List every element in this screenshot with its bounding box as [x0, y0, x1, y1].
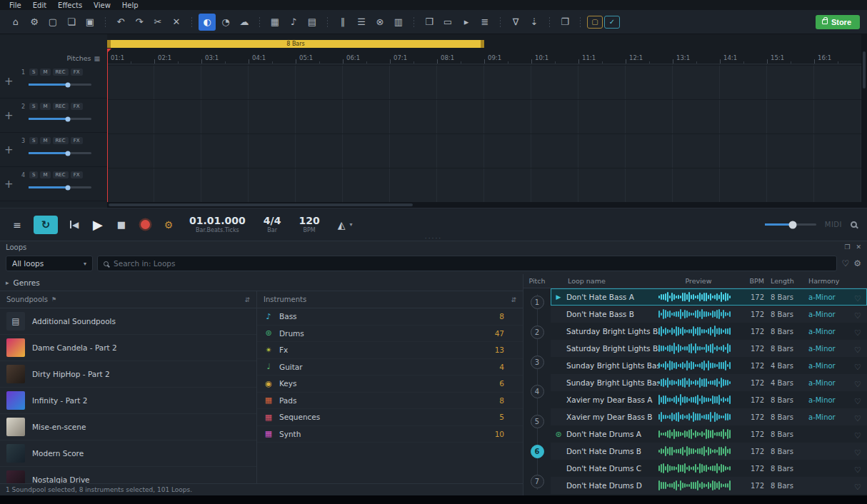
solo-button[interactable]: S — [29, 171, 38, 178]
sort-filter-icon[interactable]: ⇵ — [511, 296, 516, 303]
pads-grid-icon[interactable]: ▤ — [304, 14, 321, 31]
favorite-icon[interactable] — [854, 465, 861, 475]
sort-filter-icon[interactable]: ⇵ — [244, 296, 250, 303]
play-button[interactable]: ▶ — [91, 216, 105, 234]
record-arm-button[interactable]: REC — [53, 69, 69, 76]
track-volume-slider[interactable] — [29, 118, 91, 120]
favorite-icon[interactable] — [854, 448, 861, 458]
pitch-button[interactable]: 5 — [531, 415, 544, 428]
instrument-item[interactable]: ♩ Guitar 4 — [257, 359, 523, 376]
tips-toggle-icon[interactable]: ✓ — [604, 16, 620, 29]
soundpool-item[interactable]: Mise-en-scene — [0, 414, 256, 440]
loop-toggle-button[interactable]: ↻ — [34, 216, 58, 234]
favorites-filter-icon[interactable] — [841, 258, 849, 268]
loop-row[interactable]: Don't Hate Drums C 172 8 Bars — [551, 460, 867, 477]
filter-icon[interactable]: ∇ — [507, 14, 524, 31]
loop-row[interactable]: Sunday Bright Lights Bass A 172 4 Bars a… — [551, 357, 867, 374]
loops-search-input[interactable] — [114, 259, 831, 268]
favorite-icon[interactable] — [854, 346, 861, 355]
volume-slider-knob[interactable] — [65, 82, 70, 87]
playhead[interactable] — [107, 49, 108, 202]
instrument-item[interactable]: ▦ Synth 10 — [257, 426, 523, 443]
record-arm-button[interactable]: REC — [53, 137, 69, 144]
favorite-icon[interactable] — [854, 431, 861, 440]
waveform-preview[interactable] — [658, 445, 738, 457]
automation-icon[interactable]: ◔ — [217, 14, 234, 31]
waveform-preview[interactable] — [658, 428, 738, 440]
instrument-item[interactable]: ⊛ Drums 47 — [257, 326, 523, 343]
record-arm-button[interactable]: REC — [53, 103, 69, 110]
record-button[interactable] — [138, 216, 152, 234]
metronome-icon[interactable]: ◭ — [338, 219, 346, 231]
master-volume-knob[interactable] — [789, 221, 797, 228]
loop-row[interactable]: Saturday Bright Lights Bass A 172 8 Bars… — [551, 323, 867, 340]
horizontal-scrollbar-thumb[interactable] — [109, 203, 413, 206]
fx-button[interactable]: FX — [71, 103, 83, 110]
notes-icon[interactable]: ▥ — [390, 14, 407, 31]
mute-button[interactable]: M — [40, 103, 50, 110]
pitch-button[interactable]: 3 — [531, 356, 544, 369]
settings-icon[interactable]: ⚙ — [26, 14, 43, 31]
soundpool-item[interactable]: Nostalgia Drive — [0, 467, 256, 483]
waveform-preview[interactable] — [658, 480, 738, 491]
cloud-sync-icon[interactable]: ☁ — [236, 14, 253, 31]
snap-icon[interactable]: ⇣ — [526, 14, 543, 31]
mastering-icon[interactable]: ⊗ — [371, 14, 389, 31]
timeline-ruler[interactable]: 01:1 02:1 03:1 04:1 05:1 06:1 07:1 08:1 … — [107, 53, 867, 64]
waveform-preview[interactable] — [658, 360, 738, 371]
waveform-preview[interactable] — [658, 463, 738, 474]
favorite-icon[interactable] — [854, 414, 861, 423]
loop-row[interactable]: ▶ Don't Hate Bass A 172 8 Bars a-Minor — [551, 288, 867, 306]
favorite-icon[interactable] — [854, 328, 861, 338]
midi-note-icon[interactable]: ♪ — [285, 14, 302, 31]
add-track-button[interactable]: + — [4, 178, 14, 191]
menu-item-view[interactable]: View — [89, 1, 116, 9]
favorite-icon[interactable] — [854, 380, 861, 389]
pitch-button[interactable]: 2 — [531, 326, 544, 339]
home-icon[interactable]: ⌂ — [7, 14, 24, 31]
soundpool-item[interactable]: ▤ Additional Soundpools — [0, 308, 256, 335]
remove-icon[interactable]: ✕ — [168, 14, 185, 31]
pitch-button[interactable]: 6 — [531, 445, 544, 458]
soundpool-item[interactable]: Dirty HipHop - Part 2 — [0, 361, 256, 388]
metronome-control[interactable]: ◭ ▾ — [338, 219, 353, 231]
instrument-item[interactable]: ▦ Sequences 5 — [257, 409, 523, 426]
instrument-item[interactable]: ◉ Keys 6 — [257, 376, 523, 393]
mute-button[interactable]: M — [40, 69, 50, 76]
loops-searchbox[interactable] — [97, 256, 837, 271]
vertical-scrollbar[interactable] — [861, 34, 867, 202]
track-volume-slider[interactable] — [29, 84, 91, 86]
object-list-icon[interactable]: ≣ — [476, 14, 493, 31]
genres-section[interactable]: ▸ Genres — [0, 274, 523, 291]
loop-row[interactable]: Don't Hate Bass B 172 8 Bars a-Minor — [551, 306, 867, 323]
loops-settings-icon[interactable]: ⚙ — [853, 258, 861, 268]
store-button[interactable]: Store — [816, 15, 860, 29]
add-track-button[interactable]: + — [4, 109, 14, 122]
panel-resize-handle[interactable]: ····· — [425, 236, 442, 241]
solo-button[interactable]: S — [29, 69, 38, 76]
soundpool-item[interactable]: Infinity - Part 2 — [0, 388, 256, 414]
loop-row[interactable]: Saturday Bright Lights Bass B 172 8 Bars… — [551, 340, 867, 357]
master-volume-slider[interactable] — [765, 223, 816, 226]
waveform-preview[interactable] — [658, 343, 738, 354]
loop-row[interactable]: Xavier my Dear Bass A 172 8 Bars a-Minor — [551, 391, 867, 408]
arrangement-menu-icon[interactable]: ≡ — [10, 216, 24, 234]
levels-icon[interactable]: ‖ — [334, 14, 351, 31]
redo-icon[interactable]: ↷ — [131, 14, 148, 31]
mute-button[interactable]: M — [40, 137, 50, 144]
arranger-grid[interactable] — [107, 64, 867, 202]
waveform-preview[interactable] — [658, 326, 738, 337]
favorite-icon[interactable] — [854, 363, 861, 372]
metronome-gear-icon[interactable]: ⚙ — [161, 216, 176, 234]
pitch-button[interactable]: 4 — [531, 385, 544, 398]
loop-range-bar[interactable]: 8 Bars — [107, 40, 484, 48]
skip-start-button[interactable]: ◀ — [67, 216, 81, 234]
stop-button[interactable]: ■ — [114, 216, 129, 234]
waveform-preview[interactable] — [658, 291, 738, 303]
save-project-icon[interactable]: ▣ — [81, 14, 99, 31]
instrument-item[interactable]: ▦ Pads 8 — [257, 393, 523, 410]
loop-row[interactable]: Sunday Bright Lights Bass B 172 4 Bars a… — [551, 374, 867, 391]
close-panel-icon[interactable]: ✕ — [856, 243, 861, 251]
loop-row[interactable]: Xavier my Dear Bass B 172 8 Bars a-Minor — [551, 408, 867, 425]
mixer-icon[interactable]: ☰ — [353, 14, 370, 31]
